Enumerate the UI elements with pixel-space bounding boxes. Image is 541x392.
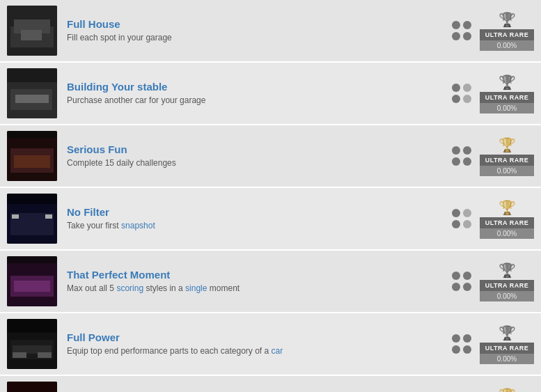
trophy-icon: 🏆	[499, 74, 516, 91]
achievement-thumbnail	[7, 382, 57, 392]
rarity-badge: 🏆ULTRA RARE0.00%	[480, 74, 534, 113]
rarity-percentage: 0.00%	[480, 166, 534, 176]
trophy-icon: 🏆	[499, 11, 516, 28]
rarity-label: ULTRA RARE	[480, 29, 534, 40]
achievement-row: That Perfect MomentMax out all 5 scoring…	[0, 251, 541, 313]
achievement-info: Building Your stablePurchase another car…	[67, 81, 452, 107]
achievement-title: Serious Fun	[67, 143, 452, 155]
progress-dot	[452, 32, 460, 40]
trophy-icon: 🏆	[499, 199, 516, 216]
achievement-info: Serious FunComplete 15 daily challenges	[67, 143, 452, 169]
achievement-dots	[452, 21, 471, 40]
progress-dot	[463, 272, 471, 280]
achievement-thumbnail	[7, 194, 57, 244]
achievement-dots	[452, 84, 471, 103]
rarity-label: ULTRA RARE	[480, 155, 534, 166]
achievement-row: No FilterTake your first snapshot🏆ULTRA …	[0, 188, 541, 251]
achievement-info: That Perfect MomentMax out all 5 scoring…	[67, 269, 452, 295]
progress-dot	[463, 32, 471, 40]
progress-dot	[463, 209, 471, 217]
achievement-description: Equip top end performance parts to each …	[67, 345, 452, 357]
progress-dot	[452, 220, 460, 228]
rarity-percentage: 0.00%	[480, 103, 534, 113]
achievement-row: Training Wheels OffLearn to drive with s…	[0, 376, 541, 392]
rarity-badge: 🏆ULTRA RARE0.00%	[480, 262, 534, 301]
trophy-icon: 🏆	[499, 324, 516, 341]
achievement-dots	[452, 272, 471, 291]
progress-dot	[452, 345, 460, 354]
achievement-description: Max out all 5 scoring styles in a single…	[67, 283, 452, 295]
achievement-row: Building Your stablePurchase another car…	[0, 63, 541, 125]
rarity-badge: 🏆ULTRA RARE0.00%	[480, 324, 534, 364]
achievement-description: Take your first snapshot	[67, 220, 452, 232]
progress-dot	[452, 209, 460, 217]
achievement-row: Full PowerEquip top end performance part…	[0, 313, 541, 376]
progress-dot	[452, 283, 460, 291]
progress-dot	[463, 157, 471, 166]
progress-dot	[452, 157, 460, 166]
progress-dot	[452, 334, 460, 343]
progress-dot	[463, 220, 471, 228]
rarity-percentage: 0.00%	[480, 228, 534, 239]
achievement-title: Building Your stable	[67, 81, 452, 93]
achievement-info: Full HouseFill each spot in your garage	[67, 18, 452, 44]
progress-dot	[452, 21, 460, 29]
trophy-icon: 🏆	[499, 136, 516, 153]
achievement-list: Full HouseFill each spot in your garage🏆…	[0, 0, 541, 392]
achievement-row: Full HouseFill each spot in your garage🏆…	[0, 0, 541, 63]
rarity-label: ULTRA RARE	[480, 343, 534, 354]
rarity-label: ULTRA RARE	[480, 92, 534, 103]
progress-dot	[452, 272, 460, 280]
progress-dot	[463, 146, 471, 155]
achievement-title: No Filter	[67, 206, 452, 218]
achievement-title: Full House	[67, 18, 452, 30]
achievement-description: Purchase another car for your garage	[67, 95, 452, 107]
achievement-info: Full PowerEquip top end performance part…	[67, 331, 452, 357]
progress-dot	[463, 283, 471, 291]
rarity-badge: 🏆ULTRA RARE0.00%	[480, 11, 534, 51]
achievement-description: Complete 15 daily challenges	[67, 157, 452, 169]
achievement-description: Fill each spot in your garage	[67, 32, 452, 44]
rarity-label: ULTRA RARE	[480, 217, 534, 228]
rarity-badge: 🏆ULTRA RARE0.00%	[480, 387, 534, 393]
progress-dot	[463, 21, 471, 29]
achievement-thumbnail	[7, 6, 57, 56]
achievement-dots	[452, 334, 471, 354]
trophy-icon: 🏆	[499, 387, 516, 393]
rarity-badge: 🏆ULTRA RARE0.00%	[480, 199, 534, 239]
achievement-dots	[452, 209, 471, 228]
achievement-thumbnail	[7, 319, 57, 369]
achievement-info: No FilterTake your first snapshot	[67, 206, 452, 232]
progress-dot	[463, 95, 471, 103]
progress-dot	[452, 146, 460, 155]
progress-dot	[463, 84, 471, 92]
achievement-thumbnail	[7, 256, 57, 306]
rarity-percentage: 0.00%	[480, 354, 534, 364]
achievement-dots	[452, 146, 471, 166]
rarity-percentage: 0.00%	[480, 40, 534, 51]
rarity-percentage: 0.00%	[480, 291, 534, 301]
rarity-badge: 🏆ULTRA RARE0.00%	[480, 136, 534, 176]
progress-dot	[452, 95, 460, 103]
trophy-icon: 🏆	[499, 262, 516, 279]
achievement-thumbnail	[7, 131, 57, 181]
achievement-thumbnail	[7, 68, 57, 118]
achievement-title: That Perfect Moment	[67, 269, 452, 281]
rarity-label: ULTRA RARE	[480, 280, 534, 291]
achievement-title: Full Power	[67, 331, 452, 343]
progress-dot	[463, 334, 471, 343]
progress-dot	[463, 345, 471, 354]
achievement-row: Serious FunComplete 15 daily challenges🏆…	[0, 125, 541, 188]
progress-dot	[452, 84, 460, 92]
